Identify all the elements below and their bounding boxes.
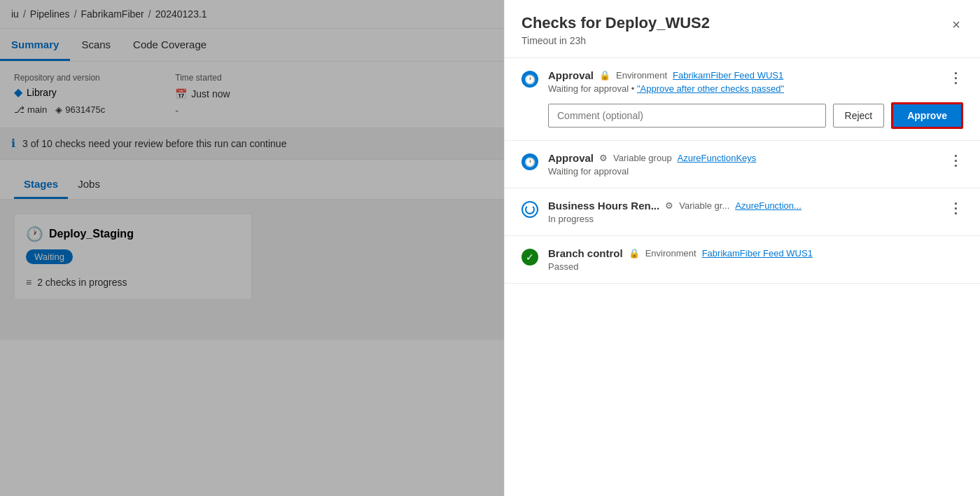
reject-button[interactable]: Reject [833, 104, 885, 128]
check-title: Approval [548, 152, 594, 164]
check-resource-type: Variable gr... [679, 200, 729, 211]
check-item-business-hours: Business Hours Ren... ⚙ Variable gr... A… [505, 188, 980, 236]
check-item-approval-2: 🕐 Approval ⚙ Variable group AzureFunctio… [505, 141, 980, 188]
check-title: Business Hours Ren... [548, 200, 659, 212]
check-content-branch-control: Branch control 🔒 Environment FabrikamFib… [548, 247, 963, 272]
approval-quote: "Approve after other checks passed" [637, 83, 784, 94]
panel-header: Checks for Deploy_WUS2 Timeout in 23h × [505, 0, 980, 58]
panel-title: Checks for Deploy_WUS2 [522, 14, 710, 32]
approval-actions: Reject Approve [548, 102, 963, 129]
lock-icon-2: 🔒 [629, 248, 640, 259]
check-subtitle: Passed [548, 261, 963, 272]
check-status-icon-waiting: 🕐 [522, 71, 538, 88]
more-options-icon[interactable]: ⋮ [948, 152, 963, 169]
check-resource-link[interactable]: AzureFunctionKeys [678, 153, 757, 163]
gear-icon: ⚙ [599, 153, 608, 163]
check-resource-link[interactable]: FabrikamFiber Feed WUS1 [702, 248, 813, 259]
overlay-backdrop [0, 0, 504, 496]
check-item-approval-1: 🕐 Approval 🔒 Environment FabrikamFiber F… [505, 58, 980, 141]
lock-icon: 🔒 [599, 70, 610, 81]
more-options-icon[interactable]: ⋮ [948, 69, 963, 86]
gear-icon-2: ⚙ [665, 200, 673, 211]
check-item-branch-control: ✓ Branch control 🔒 Environment FabrikamF… [505, 236, 980, 284]
comment-input[interactable] [548, 104, 826, 128]
check-subtitle: Waiting for approval • "Approve after ot… [548, 83, 963, 94]
check-status-icon-in-progress [522, 201, 538, 218]
check-resource-link[interactable]: AzureFunction... [735, 200, 802, 211]
check-resource-type: Variable group [613, 153, 672, 163]
check-subtitle: Waiting for approval [548, 166, 963, 177]
check-content-approval-1: Approval 🔒 Environment FabrikamFiber Fee… [548, 69, 963, 129]
check-content-approval-2: Approval ⚙ Variable group AzureFunctionK… [548, 152, 963, 177]
check-resource-link[interactable]: FabrikamFiber Feed WUS1 [673, 70, 783, 81]
check-content-business-hours: Business Hours Ren... ⚙ Variable gr... A… [548, 200, 963, 224]
panel-subtitle: Timeout in 23h [522, 35, 710, 46]
check-title: Approval [548, 69, 594, 81]
checks-panel: Checks for Deploy_WUS2 Timeout in 23h × … [504, 0, 980, 496]
check-resource-type: Environment [645, 248, 696, 259]
check-status-icon-passed: ✓ [522, 249, 538, 266]
check-subtitle: In progress [548, 214, 963, 224]
check-title: Branch control [548, 247, 623, 259]
check-status-icon-waiting-2: 🕐 [522, 153, 538, 170]
check-resource-type: Environment [616, 70, 667, 81]
close-button[interactable]: × [949, 14, 963, 36]
approve-button[interactable]: Approve [891, 102, 963, 129]
more-options-icon[interactable]: ⋮ [948, 200, 963, 216]
